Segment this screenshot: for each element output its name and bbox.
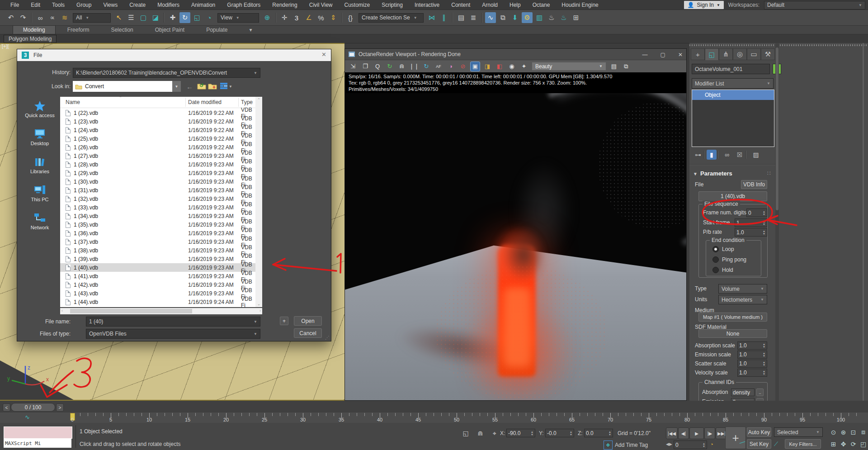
ribbon-flyout-icon[interactable]: ▾ — [240, 26, 262, 34]
frame-step-arrows[interactable]: ◀▶ — [666, 442, 672, 446]
pick-focus-icon[interactable]: Q — [373, 62, 382, 71]
select-and-move-icon[interactable]: ✚ — [167, 12, 178, 23]
selection-filter-dropdown[interactable]: All▼ — [73, 13, 111, 23]
file-row[interactable]: 1 (36).vdb1/16/2019 9:23 AMVDB Fi — [60, 229, 255, 237]
zoom-all-icon[interactable]: ⊛ — [839, 427, 848, 437]
menu-civil-view[interactable]: Civil View — [303, 0, 339, 10]
vdb-info-button[interactable]: VDB Info — [741, 180, 767, 189]
toggle-layer-explorer-icon[interactable]: ≣ — [468, 12, 479, 23]
render-script-icon[interactable]: ⧉ — [622, 62, 631, 71]
menu-octane[interactable]: Octane — [527, 0, 556, 10]
go-to-start-button[interactable]: |◀◀ — [666, 427, 678, 439]
column-date-modified[interactable]: Date modified — [188, 99, 222, 105]
selection-lock-icon[interactable]: ⋒ — [476, 429, 485, 438]
menu-rendering[interactable]: Rendering — [266, 0, 303, 10]
default-in-out-tangents-icon[interactable]: ⟋ — [774, 441, 778, 448]
previous-frame-button[interactable]: ◀| — [678, 427, 689, 439]
place-network[interactable]: Network — [21, 213, 59, 230]
file-row[interactable]: 1 (27).vdb1/16/2019 9:23 AMVDB Fi — [60, 152, 255, 160]
y-coordinate-field[interactable]: -0.0▲▼ — [545, 429, 574, 437]
menu-scripting[interactable]: Scripting — [376, 0, 409, 10]
select-object-icon[interactable]: ↖ — [113, 12, 124, 23]
menu-modifiers[interactable]: Modifiers — [151, 0, 185, 10]
zoom-region-icon[interactable]: ⊞ — [829, 439, 838, 449]
file-row[interactable]: 1 (38).vdb1/16/2019 9:23 AMVDB Fi — [60, 246, 255, 255]
align-icon[interactable]: ∥ — [439, 12, 449, 23]
panel-scrollbar[interactable] — [775, 43, 779, 401]
polygon-modeling-panel[interactable]: Polygon Modeling — [4, 35, 57, 43]
render-log-icon[interactable]: ▤ — [609, 62, 618, 71]
pause-render-icon[interactable]: ❘❘ — [410, 62, 419, 71]
copy-to-clipboard-icon[interactable]: ❐ — [361, 62, 370, 71]
close-icon[interactable]: ✕ — [321, 51, 326, 58]
tab-utilities[interactable]: ⚒ — [761, 48, 775, 60]
units-dropdown[interactable]: Hectometers▼ — [718, 295, 767, 304]
horizontal-scrollbar[interactable]: ‹ › — [60, 308, 262, 314]
sdf-none-button[interactable]: None — [698, 329, 767, 338]
kernel-icon[interactable]: ✦ — [519, 62, 528, 71]
file-row[interactable]: 1 (22).vdb1/16/2019 9:22 AMVDB Fi — [60, 109, 255, 117]
resize-grip[interactable]: ⋰ — [325, 335, 330, 340]
absorption-scale-spinner[interactable]: 1.0▲▼ — [737, 341, 767, 350]
file-row[interactable]: 1 (41).vdb1/16/2019 9:23 AMVDB Fi — [60, 272, 255, 280]
ribbon-tab-freeform[interactable]: Freeform — [57, 26, 99, 34]
isolate-selection-icon[interactable]: ◱ — [461, 429, 470, 438]
tab-hierarchy[interactable]: ⋔ — [719, 48, 733, 60]
channel-absorption-field[interactable]: density — [731, 388, 755, 396]
named-selection-sets-dropdown[interactable]: Create Selection Se▼ — [359, 13, 424, 23]
capture-icon[interactable]: ◉ — [507, 62, 516, 71]
up-one-level-icon[interactable]: ↺ — [197, 82, 206, 90]
emission-scale-spinner[interactable]: 1.0▲▼ — [737, 351, 767, 359]
menu-graph-editors[interactable]: Graph Editors — [221, 0, 266, 10]
end-condition-option[interactable]: Loop — [712, 246, 734, 252]
file-name-input[interactable]: 1 (40) ▼ — [86, 317, 260, 327]
ribbon-tab-populate[interactable]: Populate — [196, 26, 237, 34]
file-list[interactable]: Name ⌃ Date modified Type 1 (22).vdb1/16… — [60, 97, 262, 307]
file-row[interactable]: 1 (31).vdb1/16/2019 9:23 AMVDB Fi — [60, 186, 255, 194]
menu-animation[interactable]: Animation — [185, 0, 221, 10]
menu-content[interactable]: Content — [445, 0, 476, 10]
dialog-title-bar[interactable]: 3 File ✕ — [17, 49, 331, 61]
column-name[interactable]: Name — [66, 99, 80, 105]
file-row[interactable]: 1 (23).vdb1/16/2019 9:22 AMVDB Fi — [60, 117, 255, 126]
vertical-scrollbar[interactable]: ⌃ ⌄ — [255, 97, 262, 307]
tab-create[interactable]: + — [691, 48, 705, 60]
menu-create[interactable]: Create — [123, 0, 151, 10]
select-and-rotate-icon[interactable]: ↻ — [179, 12, 190, 23]
file-row[interactable]: 1 (33).vdb1/16/2019 9:23 AMVDB Fi — [60, 203, 255, 212]
make-unique-icon[interactable]: ∞ — [722, 150, 732, 160]
history-dropdown[interactable]: K:\Blender\20180602 Training\blendcache_… — [73, 68, 260, 78]
back-icon[interactable]: ← — [186, 83, 193, 90]
file-row[interactable]: 1 (26).vdb1/16/2019 9:22 AMVDB Fi — [60, 143, 255, 152]
window-crossing-toggle-icon[interactable]: ◪ — [150, 12, 161, 23]
create-new-folder-icon[interactable]: + — [208, 82, 217, 90]
sign-in-button[interactable]: 👤 Sign In ▼ — [684, 1, 724, 9]
tab-display[interactable]: ▭ — [747, 48, 761, 60]
modifier-list-dropdown[interactable]: Modifier List ▼ — [692, 78, 774, 89]
file-row[interactable]: 1 (40).vdb1/16/2019 9:23 AMVDB Fi — [60, 263, 255, 272]
file-row[interactable]: 1 (29).vdb1/16/2019 9:23 AMVDB Fi — [60, 169, 255, 177]
autofocus-icon[interactable]: AF — [434, 62, 443, 71]
file-row[interactable]: 1 (39).vdb1/16/2019 9:23 AMVDB Fi — [60, 255, 255, 263]
edit-named-selection-sets-icon[interactable]: {} — [345, 12, 356, 23]
stack-item-object[interactable]: Object — [692, 90, 774, 100]
radio-hold[interactable] — [712, 267, 719, 273]
render-pass-dropdown[interactable]: Beauty▼ — [532, 62, 606, 71]
material-lock-icon[interactable]: ◧ — [495, 62, 504, 71]
set-keys-button[interactable]: +⁄ — [725, 426, 746, 449]
minimize-icon[interactable]: — — [642, 52, 648, 58]
menu-file[interactable]: File — [5, 0, 25, 10]
type-dropdown[interactable]: Volume▼ — [718, 284, 767, 294]
play-button[interactable]: ▶ — [689, 427, 704, 439]
lock-resolution-icon[interactable]: ⋒ — [397, 62, 406, 71]
menu-group[interactable]: Group — [71, 0, 97, 10]
maximize-viewport-icon[interactable]: ◰ — [859, 439, 868, 449]
file-row[interactable]: 1 (42).vdb1/16/2019 9:23 AMVDB Fi — [60, 280, 255, 289]
next-frame-button[interactable]: |▶ — [704, 427, 715, 439]
menu-arnold[interactable]: Arnold — [476, 0, 504, 10]
z-coordinate-field[interactable]: 0.0▲▼ — [584, 429, 613, 437]
ribbon-tab-object-paint[interactable]: Object Paint — [145, 26, 194, 34]
orbit-icon[interactable]: ⟳ — [849, 439, 858, 449]
use-pivot-point-icon[interactable]: ⊕ — [262, 12, 273, 23]
color-picker-icon[interactable]: ◑ — [446, 62, 455, 71]
